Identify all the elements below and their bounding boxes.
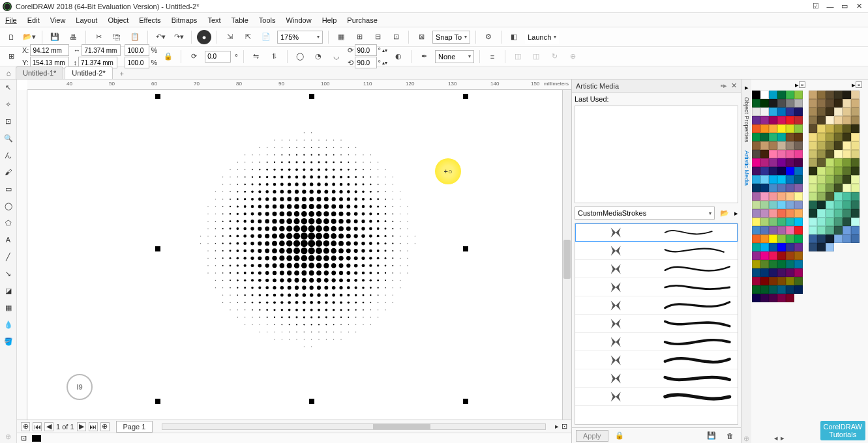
color-swatch[interactable] bbox=[843, 218, 851, 226]
color-swatch[interactable] bbox=[769, 141, 777, 150]
color-swatch[interactable] bbox=[809, 158, 817, 167]
origin-icon[interactable]: ⊞ bbox=[4, 50, 18, 64]
color-swatch[interactable] bbox=[760, 201, 769, 209]
color-swatch[interactable] bbox=[851, 175, 860, 184]
front-of-layer-button[interactable]: ◫ bbox=[511, 50, 525, 64]
menu-file[interactable]: File bbox=[5, 16, 17, 24]
color-swatch[interactable] bbox=[794, 158, 803, 167]
color-swatch[interactable] bbox=[777, 226, 786, 235]
color-swatch[interactable] bbox=[843, 150, 851, 158]
color-swatch[interactable] bbox=[826, 107, 834, 116]
quick-customize-button[interactable]: ⊕ bbox=[565, 50, 580, 64]
color-swatch[interactable] bbox=[794, 192, 803, 201]
color-swatch[interactable] bbox=[786, 201, 794, 209]
color-swatch[interactable] bbox=[760, 277, 769, 285]
menu-text[interactable]: Text bbox=[207, 16, 220, 24]
color-swatch[interactable] bbox=[834, 167, 843, 175]
color-swatch[interactable] bbox=[777, 260, 786, 268]
color-swatch[interactable] bbox=[777, 235, 786, 243]
color-swatch[interactable] bbox=[752, 268, 760, 277]
color-swatch[interactable] bbox=[843, 107, 851, 116]
color-swatch[interactable] bbox=[809, 226, 817, 235]
color-swatch[interactable] bbox=[752, 184, 760, 192]
color-swatch[interactable] bbox=[834, 201, 843, 209]
color-swatch[interactable] bbox=[817, 150, 826, 158]
selection-handle[interactable] bbox=[155, 94, 160, 99]
color-swatch[interactable] bbox=[834, 133, 843, 141]
color-swatch[interactable] bbox=[786, 243, 794, 251]
palette-scroll-right[interactable]: ▸ bbox=[781, 434, 785, 442]
color-swatch[interactable] bbox=[809, 175, 817, 184]
next-page-button[interactable]: ▶ bbox=[77, 422, 86, 431]
color-swatch[interactable] bbox=[794, 116, 803, 124]
close-button[interactable]: ✕ bbox=[852, 1, 865, 12]
color-swatch[interactable] bbox=[826, 99, 834, 107]
color-swatch[interactable] bbox=[769, 99, 777, 107]
color-swatch[interactable] bbox=[817, 91, 826, 99]
color-swatch[interactable] bbox=[794, 260, 803, 268]
menu-table[interactable]: Table bbox=[232, 16, 248, 24]
color-swatch[interactable] bbox=[834, 218, 843, 226]
color-swatch[interactable] bbox=[769, 201, 777, 209]
color-swatch[interactable] bbox=[817, 218, 826, 226]
color-swatch[interactable] bbox=[851, 99, 860, 107]
stroke-list-item[interactable] bbox=[575, 242, 738, 260]
docker-tab-artistic[interactable]: Artistic Media bbox=[743, 148, 750, 188]
color-swatch[interactable] bbox=[809, 184, 817, 192]
menu-layout[interactable]: Layout bbox=[76, 16, 97, 24]
color-swatch[interactable] bbox=[851, 107, 860, 116]
width-input[interactable] bbox=[82, 44, 121, 56]
color-swatch[interactable] bbox=[826, 243, 834, 251]
horizontal-ruler[interactable]: 40 50 60 70 80 90 100 110 120 130 140 15… bbox=[27, 79, 571, 90]
color-swatch[interactable] bbox=[777, 268, 786, 277]
color-swatch[interactable] bbox=[786, 158, 794, 167]
color-swatch[interactable] bbox=[851, 141, 860, 150]
color-swatch[interactable] bbox=[809, 141, 817, 150]
apply-button[interactable]: Apply bbox=[576, 430, 608, 442]
color-swatch[interactable] bbox=[777, 243, 786, 251]
color-swatch[interactable] bbox=[843, 201, 851, 209]
fill-tool[interactable]: 🪣 bbox=[2, 335, 15, 348]
color-swatch[interactable] bbox=[760, 150, 769, 158]
color-swatch[interactable] bbox=[809, 116, 817, 124]
color-swatch[interactable] bbox=[752, 99, 760, 107]
color-swatch[interactable] bbox=[760, 226, 769, 235]
artistic-media-tool[interactable]: 🖌 bbox=[2, 165, 15, 179]
color-swatch[interactable] bbox=[826, 124, 834, 133]
color-swatch[interactable] bbox=[826, 201, 834, 209]
color-swatch[interactable] bbox=[794, 277, 803, 285]
undo-button[interactable]: ↶▾ bbox=[153, 30, 168, 44]
color-swatch[interactable] bbox=[752, 294, 760, 302]
polygon-tool[interactable]: ⬠ bbox=[2, 216, 15, 229]
color-swatch[interactable] bbox=[794, 141, 803, 150]
color-swatch[interactable] bbox=[786, 209, 794, 218]
color-swatch[interactable] bbox=[786, 107, 794, 116]
color-swatch[interactable] bbox=[777, 167, 786, 175]
color-swatch[interactable] bbox=[760, 175, 769, 184]
drawing-canvas[interactable]: +○ I9 bbox=[27, 90, 562, 420]
color-swatch[interactable] bbox=[752, 209, 760, 218]
color-swatch[interactable] bbox=[752, 218, 760, 226]
transparency-tool[interactable]: ▦ bbox=[2, 301, 15, 314]
color-swatch[interactable] bbox=[826, 133, 834, 141]
color-swatch[interactable] bbox=[851, 235, 860, 243]
color-swatch[interactable] bbox=[760, 192, 769, 201]
color-swatch[interactable] bbox=[817, 243, 826, 251]
color-swatch[interactable] bbox=[794, 184, 803, 192]
color-swatch[interactable] bbox=[760, 209, 769, 218]
convert-curves-button[interactable]: ↻ bbox=[547, 50, 561, 64]
color-swatch[interactable] bbox=[817, 175, 826, 184]
color-swatch[interactable] bbox=[851, 91, 860, 99]
color-swatch[interactable] bbox=[851, 184, 860, 192]
pick-tool[interactable]: ↖ bbox=[2, 81, 15, 94]
freehand-tool[interactable]: ん bbox=[2, 149, 15, 162]
add-docker-icon[interactable]: ⊕ bbox=[743, 435, 749, 443]
color-swatch[interactable] bbox=[786, 294, 794, 302]
selection-handle[interactable] bbox=[463, 94, 468, 99]
color-swatch[interactable] bbox=[769, 107, 777, 116]
color-swatch[interactable] bbox=[817, 167, 826, 175]
color-swatch[interactable] bbox=[786, 277, 794, 285]
color-swatch[interactable] bbox=[752, 116, 760, 124]
color-swatch[interactable] bbox=[826, 158, 834, 167]
export-button[interactable]: ⇱ bbox=[241, 30, 255, 44]
